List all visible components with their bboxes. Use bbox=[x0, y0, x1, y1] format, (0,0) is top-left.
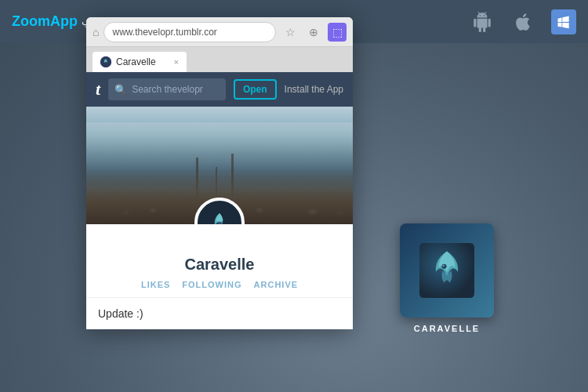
website-content: t 🔍 Search thevelopr Open Install the Ap… bbox=[86, 72, 353, 329]
active-tab[interactable]: Caravelle × bbox=[93, 52, 187, 72]
tumblr-logo: t bbox=[96, 79, 100, 100]
likes-link[interactable]: LIKES bbox=[141, 280, 170, 289]
tab-close-button[interactable]: × bbox=[174, 57, 179, 67]
archive-link[interactable]: ARCHIVE bbox=[254, 280, 299, 289]
svg-point-4 bbox=[441, 264, 446, 269]
profile-nav: LIKES FOLLOWING ARCHIVE bbox=[94, 280, 345, 289]
profile-name: Caravelle bbox=[94, 256, 345, 274]
apple-icon[interactable] bbox=[510, 9, 535, 34]
hero-image bbox=[86, 107, 353, 224]
app-icon[interactable] bbox=[400, 223, 494, 318]
post-text: Update :) bbox=[98, 307, 143, 320]
tab-label: Caravelle bbox=[116, 56, 156, 67]
tab-favicon bbox=[100, 56, 111, 67]
url-bar[interactable]: www.thevelopr.tumblr.cor bbox=[103, 22, 276, 42]
svg-point-5 bbox=[443, 265, 445, 267]
browser-action-icons: ☆ ⊕ ⬚ bbox=[281, 23, 347, 42]
search-placeholder-text: Search thevelopr bbox=[132, 84, 203, 95]
post-content: Update :) bbox=[86, 297, 353, 329]
windows-icon[interactable] bbox=[551, 9, 576, 34]
tumblr-bar: t 🔍 Search thevelopr Open Install the Ap… bbox=[86, 72, 353, 107]
profile-area: Caravelle LIKES FOLLOWING ARCHIVE bbox=[86, 224, 353, 297]
star-icon[interactable]: ☆ bbox=[281, 23, 299, 42]
extension-icon[interactable]: ⬚ bbox=[328, 23, 347, 42]
tumblr-search-bar[interactable]: 🔍 Search thevelopr bbox=[108, 78, 226, 100]
android-icon[interactable] bbox=[470, 9, 495, 34]
install-app-button[interactable]: Install the App bbox=[285, 84, 343, 95]
app-icon-card: CARAVELLE bbox=[400, 223, 494, 333]
following-link[interactable]: FOLLOWING bbox=[182, 280, 241, 289]
logo-zoom: ZoomApp bbox=[12, 13, 78, 30]
browser-tabs: Caravelle × bbox=[86, 47, 353, 72]
search-icon: 🔍 bbox=[114, 84, 127, 96]
browser-window: ⌂ www.thevelopr.tumblr.cor ☆ ⊕ ⬚ Caravel… bbox=[86, 17, 353, 329]
add-tab-icon[interactable]: ⊕ bbox=[304, 23, 323, 42]
fog-effect bbox=[86, 122, 353, 169]
home-icon: ⌂ bbox=[93, 26, 99, 38]
browser-address-bar: ⌂ www.thevelopr.tumblr.cor ☆ ⊕ ⬚ bbox=[86, 17, 353, 47]
app-icon-label: CARAVELLE bbox=[400, 324, 494, 333]
url-text: www.thevelopr.tumblr.cor bbox=[112, 27, 216, 38]
platform-icons bbox=[470, 9, 576, 34]
open-button[interactable]: Open bbox=[234, 79, 277, 100]
